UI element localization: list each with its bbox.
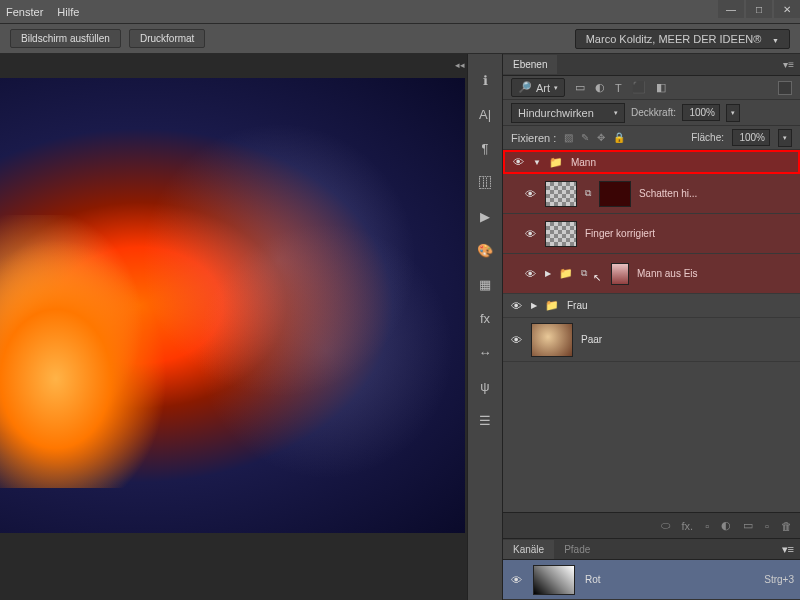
link-mask-icon[interactable]: ⧉ [585, 188, 591, 199]
disclosure-right-icon[interactable]: ▶ [531, 301, 537, 310]
channel-thumbnail [533, 565, 575, 595]
panel-menu-icon[interactable]: ▾≡ [776, 543, 800, 556]
collapse-icon[interactable]: ◂◂ [455, 60, 465, 70]
creator-label[interactable]: Marco Kolditz, MEER DER IDEEN® ▼ [575, 29, 790, 49]
lock-paint-icon[interactable]: ✎ [581, 132, 589, 143]
disclosure-down-icon[interactable]: ▼ [533, 158, 541, 167]
panel-icon[interactable]: ▦ [475, 276, 495, 292]
folder-icon: 📁 [559, 267, 573, 280]
menu-hilfe[interactable]: Hilfe [57, 6, 79, 18]
right-panels: Ebenen ▾≡ 🔎 Art ▾ ▭ ◐ T ⬛ ◧ Hindurchwirk… [503, 54, 800, 600]
panel-icon[interactable]: ☰ [475, 412, 495, 428]
lock-transparency-icon[interactable]: ▧ [564, 132, 573, 143]
lock-all-icon[interactable]: 🔒 [613, 132, 625, 143]
paths-tab[interactable]: Pfade [554, 540, 600, 559]
filter-shape-icon[interactable]: ⬛ [632, 81, 646, 94]
visibility-icon[interactable]: 👁 [509, 334, 523, 346]
filter-smart-icon[interactable]: ◧ [656, 81, 666, 94]
layer-name: Mann [571, 157, 596, 168]
visibility-icon[interactable]: 👁 [509, 574, 523, 586]
fill-stepper[interactable]: ▾ [778, 129, 792, 147]
visibility-icon[interactable]: 👁 [523, 188, 537, 200]
character-panel-icon[interactable]: A| [475, 106, 495, 122]
visibility-icon[interactable]: 👁 [511, 156, 525, 168]
styles-panel-icon[interactable]: fx [475, 310, 495, 326]
link-mask-icon[interactable]: ⧉ [581, 268, 587, 279]
blend-mode-row: Hindurchwirken ▾ Deckkraft: 100% ▾ [503, 100, 800, 126]
opacity-input[interactable]: 100% [682, 104, 720, 121]
maximize-button[interactable]: □ [746, 0, 772, 18]
minimize-button[interactable]: — [718, 0, 744, 18]
channels-panel-tab-bar: Kanäle Pfade ▾≡ [503, 538, 800, 560]
filter-type-icon[interactable]: T [615, 82, 622, 94]
panel-menu-icon[interactable]: ▾≡ [777, 59, 800, 70]
layer-finger[interactable]: 👁 Finger korrigiert [503, 214, 800, 254]
layer-thumbnail [545, 221, 577, 247]
close-button[interactable]: ✕ [774, 0, 800, 18]
layers-panel-footer: ⬭ fx. ▫ ◐ ▭ ▫ 🗑 [503, 512, 800, 538]
navigator-panel-icon[interactable]: ↔ [475, 344, 495, 360]
filter-toggle[interactable] [778, 81, 792, 95]
paragraph-panel-icon[interactable]: ¶ [475, 140, 495, 156]
panel-icon[interactable]: ⿲ [475, 174, 495, 190]
search-icon: 🔎 [518, 81, 532, 94]
panel-icon[interactable]: ψ [475, 378, 495, 394]
menu-bar: Fenster Hilfe [0, 0, 800, 24]
document-canvas[interactable] [0, 78, 465, 533]
mask-thumbnail [611, 263, 629, 285]
channel-name: Rot [585, 574, 601, 585]
folder-icon: 📁 [549, 156, 563, 169]
kind-label: Art [536, 82, 550, 94]
filter-pixel-icon[interactable]: ▭ [575, 81, 585, 94]
options-bar: Bildschirm ausfüllen Druckformat Marco K… [0, 24, 800, 54]
fullscreen-button[interactable]: Bildschirm ausfüllen [10, 29, 121, 48]
layer-group-mann-eis[interactable]: 👁 ▶ 📁 ⧉ ↖ Mann aus Eis [503, 254, 800, 294]
menu-fenster[interactable]: Fenster [6, 6, 43, 18]
filter-adjust-icon[interactable]: ◐ [595, 81, 605, 94]
layers-panel-tab-bar: Ebenen ▾≡ [503, 54, 800, 76]
swatches-panel-icon[interactable]: 🎨 [475, 242, 495, 258]
chevron-icon: ▾ [554, 84, 558, 92]
window-controls: — □ ✕ [716, 0, 800, 20]
layer-name: Mann aus Eis [637, 268, 698, 279]
layer-filter-row: 🔎 Art ▾ ▭ ◐ T ⬛ ◧ [503, 76, 800, 100]
mask-thumbnail [599, 181, 631, 207]
fill-label: Fläche: [691, 132, 724, 143]
mask-icon[interactable]: ▫ [705, 520, 709, 532]
adjustment-icon[interactable]: ◐ [721, 519, 731, 532]
visibility-icon[interactable]: 👁 [523, 268, 537, 280]
collapsed-panel-dock: ℹ A| ¶ ⿲ ▶ 🎨 ▦ fx ↔ ψ ☰ [467, 54, 503, 600]
disclosure-right-icon[interactable]: ▶ [545, 269, 551, 278]
canvas-area: ◂◂ [0, 54, 467, 600]
visibility-icon[interactable]: 👁 [523, 228, 537, 240]
visibility-icon[interactable]: 👁 [509, 300, 523, 312]
lock-row: Fixieren : ▧ ✎ ✥ 🔒 Fläche: 100% ▾ [503, 126, 800, 150]
actions-panel-icon[interactable]: ▶ [475, 208, 495, 224]
layer-schatten[interactable]: 👁 ⧉ Schatten hi... [503, 174, 800, 214]
opacity-stepper[interactable]: ▾ [726, 104, 740, 122]
lock-move-icon[interactable]: ✥ [597, 132, 605, 143]
trash-icon[interactable]: 🗑 [781, 520, 792, 532]
chevron-down-icon: ▼ [772, 37, 779, 44]
new-layer-icon[interactable]: ▫ [765, 520, 769, 532]
layer-kind-dropdown[interactable]: 🔎 Art ▾ [511, 78, 565, 97]
layer-paar[interactable]: 👁 Paar [503, 318, 800, 362]
link-layers-icon[interactable]: ⬭ [661, 519, 670, 532]
layer-name: Frau [567, 300, 588, 311]
blend-mode-dropdown[interactable]: Hindurchwirken ▾ [511, 103, 625, 123]
lock-label: Fixieren : [511, 132, 556, 144]
fx-icon[interactable]: fx. [682, 520, 694, 532]
print-format-button[interactable]: Druckformat [129, 29, 205, 48]
layer-group-frau[interactable]: 👁 ▶ 📁 Frau [503, 294, 800, 318]
info-panel-icon[interactable]: ℹ [475, 72, 495, 88]
layer-name: Paar [581, 334, 602, 345]
layer-name: Finger korrigiert [585, 228, 655, 239]
layer-thumbnail [531, 323, 573, 357]
channels-tab[interactable]: Kanäle [503, 540, 554, 559]
fill-input[interactable]: 100% [732, 129, 770, 146]
channel-rot[interactable]: 👁 Rot Strg+3 [503, 560, 800, 600]
new-group-icon[interactable]: ▭ [743, 519, 753, 532]
layer-group-mann[interactable]: 👁 ▼ 📁 Mann [503, 150, 800, 174]
layers-tab[interactable]: Ebenen [503, 55, 557, 74]
layers-empty-area [503, 362, 800, 422]
